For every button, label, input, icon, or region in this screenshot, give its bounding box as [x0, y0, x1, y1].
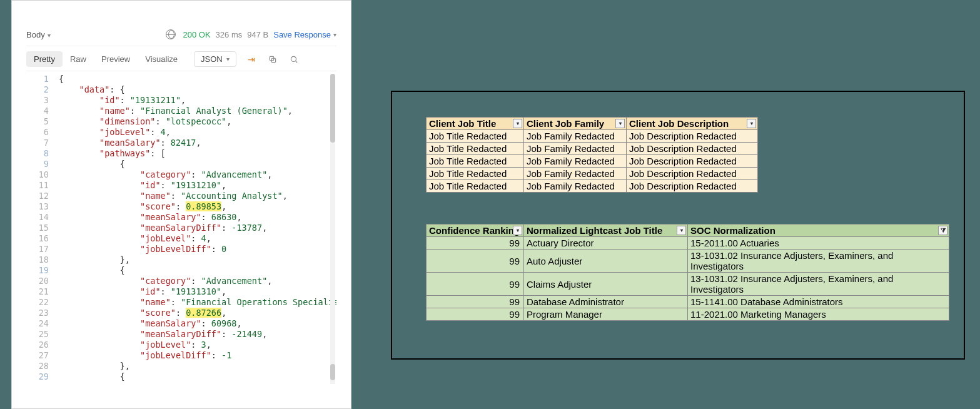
response-size: 947 B — [247, 30, 268, 39]
svg-line-3 — [295, 61, 297, 63]
filter-funnel-icon[interactable]: ⧩ — [938, 226, 947, 235]
table-row[interactable]: Job Title RedactedJob Family RedactedJob… — [427, 155, 758, 168]
tables-panel: Client Job Title▾Client Job Family▾Clien… — [391, 91, 965, 360]
search-icon[interactable] — [288, 53, 300, 66]
format-select[interactable]: JSON ▾ — [194, 51, 236, 67]
table-cell[interactable]: 99 — [427, 250, 524, 273]
table-cell[interactable]: Job Title Redacted — [427, 168, 524, 180]
filter-dropdown-icon[interactable]: ▾ — [615, 119, 625, 128]
table-cell[interactable]: 15-2011.00 Actuaries — [688, 237, 949, 250]
table-cell[interactable]: Job Description Redacted — [627, 143, 758, 155]
column-header[interactable]: SOC Normalization⧩ — [688, 225, 949, 237]
table-cell[interactable]: Job Family Redacted — [524, 130, 627, 143]
format-select-label: JSON — [201, 54, 223, 64]
tab-visualize[interactable]: Visualize — [138, 51, 185, 67]
scrollbar-thumb[interactable] — [330, 74, 335, 143]
latency: 326 ms — [216, 30, 243, 39]
table-row[interactable]: Job Title RedactedJob Family RedactedJob… — [427, 143, 758, 155]
table-cell[interactable]: 99 — [427, 237, 524, 250]
view-tabs-row: Pretty Raw Preview Visualize JSON ▾ ⇥ — [26, 46, 336, 71]
table-cell[interactable]: Job Family Redacted — [524, 155, 627, 168]
normalized-table: Confidence Ranking▾Normalized Lightcast … — [426, 224, 949, 321]
tab-raw[interactable]: Raw — [63, 51, 94, 67]
table-cell[interactable]: Job Title Redacted — [427, 130, 524, 143]
table-cell[interactable]: Job Family Redacted — [524, 180, 627, 193]
table-cell[interactable]: Job Title Redacted — [427, 180, 524, 193]
table-row[interactable]: 99Claims Adjuster13-1031.02 Insurance Ad… — [427, 273, 949, 296]
table-cell[interactable]: 99 — [427, 296, 524, 308]
table-row[interactable]: 99Actuary Director15-2011.00 Actuaries — [427, 237, 949, 250]
client-table: Client Job Title▾Client Job Family▾Clien… — [426, 117, 758, 193]
table-cell[interactable]: 99 — [427, 273, 524, 296]
table-cell[interactable]: 13-1031.02 Insurance Adjusters, Examiner… — [688, 273, 949, 296]
status-code: 200 OK — [183, 30, 211, 39]
postman-response-panel: Body 200 OK 326 ms 947 B Save Response P… — [11, 0, 351, 409]
column-header[interactable]: Normalized Lightcast Job Title▾ — [524, 225, 688, 237]
scrollbar-thumb-bottom[interactable] — [330, 364, 335, 380]
filter-dropdown-icon[interactable]: ▾ — [513, 119, 522, 128]
save-response-button[interactable]: Save Response — [273, 30, 336, 39]
table-cell[interactable]: Job Description Redacted — [627, 168, 758, 180]
tab-pretty[interactable]: Pretty — [26, 51, 63, 67]
column-header[interactable]: Client Job Title▾ — [427, 118, 524, 130]
table-cell[interactable]: Job Family Redacted — [524, 168, 627, 180]
filter-dropdown-icon[interactable]: ▾ — [513, 226, 522, 235]
table-cell[interactable]: Job Title Redacted — [427, 155, 524, 168]
filter-dropdown-icon[interactable]: ▾ — [747, 119, 756, 128]
column-header[interactable]: Confidence Ranking▾ — [427, 225, 524, 237]
table-cell[interactable]: Job Description Redacted — [627, 130, 758, 143]
table-row[interactable]: 99Program Manager11-2021.00 Marketing Ma… — [427, 308, 949, 321]
table-cell[interactable]: Actuary Director — [524, 237, 688, 250]
table-row[interactable]: 99Database Administrator15-1141.00 Datab… — [427, 296, 949, 308]
wrap-lines-icon[interactable]: ⇥ — [245, 53, 258, 66]
svg-point-2 — [291, 56, 296, 61]
table-cell[interactable]: Database Administrator — [524, 296, 688, 308]
table-row[interactable]: Job Title RedactedJob Family RedactedJob… — [427, 130, 758, 143]
table-row[interactable]: Job Title RedactedJob Family RedactedJob… — [427, 168, 758, 180]
copy-icon[interactable] — [266, 53, 279, 66]
response-meta-row: Body 200 OK 326 ms 947 B Save Response — [26, 27, 336, 46]
table-cell[interactable]: 13-1031.02 Insurance Adjusters, Examiner… — [688, 250, 949, 273]
column-header[interactable]: Client Job Description▾ — [627, 118, 758, 130]
chevron-down-icon: ▾ — [226, 56, 230, 63]
table-row[interactable]: 99Auto Adjuster13-1031.02 Insurance Adju… — [427, 250, 949, 273]
table-cell[interactable]: 11-2021.00 Marketing Managers — [688, 308, 949, 321]
table-cell[interactable]: Job Title Redacted — [427, 143, 524, 155]
table-cell[interactable]: Job Description Redacted — [627, 155, 758, 168]
network-icon[interactable] — [166, 29, 176, 39]
filter-dropdown-icon[interactable]: ▾ — [677, 226, 686, 235]
tab-preview[interactable]: Preview — [94, 51, 138, 67]
table-cell[interactable]: Job Family Redacted — [524, 143, 627, 155]
table-cell[interactable]: Claims Adjuster — [524, 273, 688, 296]
table-cell[interactable]: Job Description Redacted — [627, 180, 758, 193]
table-cell[interactable]: 15-1141.00 Database Administrators — [688, 296, 949, 308]
table-cell[interactable]: Auto Adjuster — [524, 250, 688, 273]
response-body[interactable]: 1234567891011121314151617181920212223242… — [26, 71, 336, 384]
body-tab[interactable]: Body — [26, 30, 51, 39]
table-cell[interactable]: Program Manager — [524, 308, 688, 321]
column-header[interactable]: Client Job Family▾ — [524, 118, 627, 130]
table-row[interactable]: Job Title RedactedJob Family RedactedJob… — [427, 180, 758, 193]
table-cell[interactable]: 99 — [427, 308, 524, 321]
